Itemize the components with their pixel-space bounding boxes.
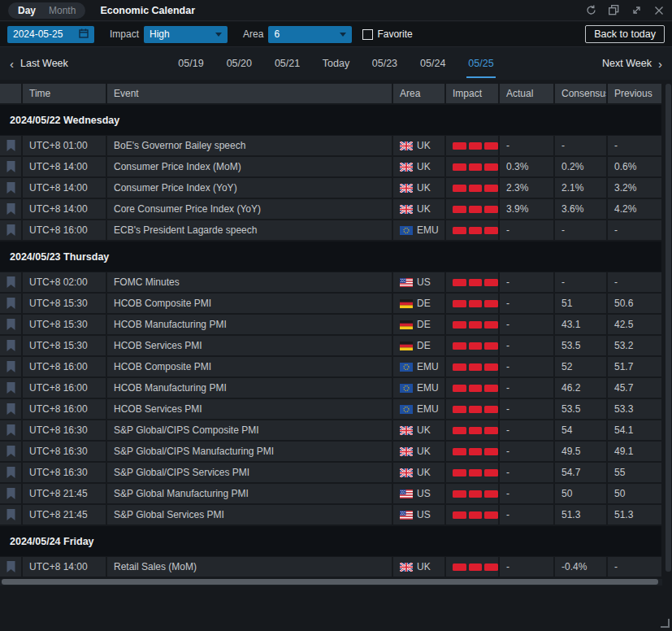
event-name: S&P Global/CIPS Manufacturing PMI <box>107 442 392 461</box>
impact-bar-icon <box>469 321 483 329</box>
impact-bar-icon <box>469 300 483 307</box>
table-row[interactable]: UTC+8 16:00ECB's President Lagarde speec… <box>0 220 661 240</box>
impact-bar-icon <box>453 279 466 286</box>
bookmark-icon[interactable] <box>0 463 21 482</box>
table-row[interactable]: UTC+8 16:30S&P Global/CIPS Composite PMI… <box>0 420 661 440</box>
consensus-value: 43.1 <box>555 315 606 334</box>
impact-bar-icon <box>484 300 498 307</box>
impact-select[interactable]: High <box>144 26 228 43</box>
uk-flag-icon <box>400 184 413 193</box>
event-time: UTC+8 16:00 <box>23 357 106 376</box>
table-row[interactable]: UTC+8 21:45S&P Global Manufacturing PMIU… <box>0 484 661 503</box>
bookmark-icon[interactable] <box>0 315 21 334</box>
table-row[interactable]: UTC+8 16:00HCOB Services PMIEMU-53.553.3 <box>0 399 661 419</box>
table-row[interactable]: UTC+8 15:30HCOB Services PMIDE-53.553.2 <box>0 336 661 355</box>
bookmark-icon[interactable] <box>0 294 21 313</box>
table-row[interactable]: UTC+8 14:00Retail Sales (MoM)UK--0.4%- <box>0 557 661 577</box>
week-day-tab[interactable]: 05/24 <box>417 49 449 78</box>
next-week-label: Next Week <box>602 58 652 69</box>
table-row[interactable]: UTC+8 16:30S&P Global/CIPS Manufacturing… <box>0 442 661 461</box>
bookmark-icon[interactable] <box>0 399 21 419</box>
bookmark-icon[interactable] <box>0 157 21 176</box>
tab-month[interactable]: Month <box>42 5 82 16</box>
week-day-tab[interactable]: Today <box>319 49 353 78</box>
week-day-tabs: 05/1905/2005/21Today05/2305/2405/25 <box>175 49 497 78</box>
table-row[interactable]: UTC+8 15:30HCOB Composite PMIDE-5150.6 <box>0 294 661 313</box>
event-name: Core Consumer Price Index (YoY) <box>107 199 392 219</box>
bookmark-icon[interactable] <box>0 420 21 440</box>
refresh-icon[interactable] <box>586 5 596 15</box>
bookmark-icon[interactable] <box>0 357 21 376</box>
area-code: UK <box>417 182 431 194</box>
impact-bar-icon <box>453 427 466 434</box>
previous-value: - <box>608 557 661 577</box>
de-flag-icon <box>400 320 413 329</box>
bookmark-icon[interactable] <box>0 199 21 219</box>
bookmark-icon[interactable] <box>0 178 21 198</box>
consensus-value: 49.5 <box>555 442 606 461</box>
table-row[interactable]: UTC+8 16:00HCOB Manufacturing PMIEMU-46.… <box>0 378 661 398</box>
us-flag-icon <box>400 490 413 498</box>
table-row[interactable]: UTC+8 01:00BoE's Governor Bailey speechU… <box>0 136 661 155</box>
bookmark-icon[interactable] <box>0 484 21 503</box>
area-code: UK <box>417 446 431 457</box>
expand-icon[interactable] <box>631 5 642 15</box>
horizontal-scrollbar[interactable] <box>2 579 658 585</box>
event-name: HCOB Composite PMI <box>107 357 392 376</box>
area-code: EMU <box>417 224 439 236</box>
bookmark-icon[interactable] <box>0 136 21 155</box>
date-picker-input[interactable]: 2024-05-25 <box>7 26 94 43</box>
event-time: UTC+8 16:00 <box>23 399 106 419</box>
week-day-tab[interactable]: 05/23 <box>368 49 401 78</box>
bookmark-icon[interactable] <box>0 442 21 461</box>
next-week-button[interactable]: Next Week › <box>602 58 662 70</box>
week-day-tab[interactable]: 05/20 <box>223 49 255 78</box>
bookmark-icon[interactable] <box>0 557 21 577</box>
area-select[interactable]: 6 <box>268 26 352 43</box>
actual-value: - <box>500 484 553 503</box>
table-row[interactable]: UTC+8 21:45S&P Global Services PMIUS-51.… <box>0 505 661 524</box>
restore-icon[interactable] <box>609 5 619 15</box>
bookmark-icon[interactable] <box>0 272 21 292</box>
vertical-scrollbar[interactable] <box>665 84 671 572</box>
table-row[interactable]: UTC+8 16:00HCOB Composite PMIEMU-5251.7 <box>0 357 661 376</box>
consensus-value: - <box>555 272 606 292</box>
actual-value: - <box>500 505 553 524</box>
bookmark-icon[interactable] <box>0 336 21 355</box>
table-row[interactable]: UTC+8 14:00Consumer Price Index (YoY)UK2… <box>0 178 661 198</box>
bookmark-icon[interactable] <box>0 378 21 398</box>
area-cell: UK <box>393 136 444 155</box>
event-name: HCOB Manufacturing PMI <box>107 315 392 334</box>
bookmark-icon[interactable] <box>0 220 21 240</box>
week-day-tab[interactable]: 05/19 <box>175 49 207 78</box>
actual-value: - <box>500 315 553 334</box>
resize-handle[interactable] <box>661 619 670 628</box>
close-icon[interactable] <box>654 6 664 15</box>
tab-day[interactable]: Day <box>11 5 42 16</box>
actual-value: - <box>500 420 553 440</box>
area-cell: UK <box>393 420 444 440</box>
impact-bar-icon <box>469 206 483 213</box>
last-week-label: Last Week <box>20 58 68 69</box>
week-day-tab[interactable]: 05/21 <box>271 49 304 78</box>
bookmark-icon[interactable] <box>0 505 21 524</box>
favorite-checkbox[interactable] <box>362 29 373 40</box>
previous-value: 51.7 <box>608 357 661 376</box>
impact-bar-icon <box>469 511 483 519</box>
impact-bar-icon <box>453 448 466 455</box>
table-row[interactable]: UTC+8 14:00Core Consumer Price Index (Yo… <box>0 199 661 219</box>
consensus-value: 50 <box>555 484 606 503</box>
back-to-today-button[interactable]: Back to today <box>585 25 665 43</box>
impact-bar-icon <box>484 448 498 455</box>
previous-value: 53.3 <box>608 399 661 419</box>
last-week-button[interactable]: ‹ Last Week <box>10 58 68 70</box>
impact-level-indicator <box>446 463 498 482</box>
table-row[interactable]: UTC+8 14:00Consumer Price Index (MoM)UK0… <box>0 157 661 176</box>
table-row[interactable]: UTC+8 15:30HCOB Manufacturing PMIDE-43.1… <box>0 315 661 334</box>
table-row[interactable]: UTC+8 02:00FOMC MinutesUS--- <box>0 272 661 292</box>
impact-bar-icon <box>469 427 483 434</box>
event-time: UTC+8 21:45 <box>23 484 106 503</box>
week-day-tab[interactable]: 05/25 <box>465 49 497 78</box>
table-row[interactable]: UTC+8 16:30S&P Global/CIPS Services PMIU… <box>0 463 661 482</box>
consensus-value: -0.4% <box>555 557 606 577</box>
